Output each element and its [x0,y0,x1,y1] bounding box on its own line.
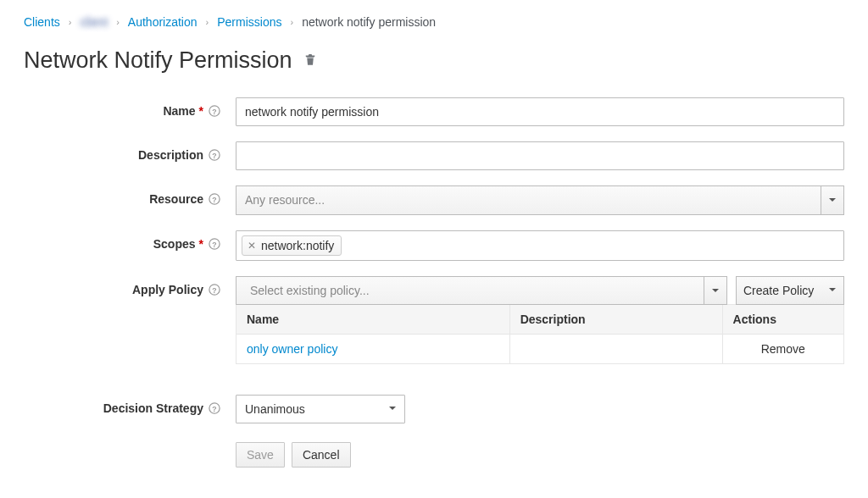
label-name: Name * ? [24,97,236,118]
svg-text:?: ? [212,152,216,160]
svg-text:?: ? [212,240,216,248]
create-policy-button[interactable]: Create Policy [736,276,844,305]
chevron-down-icon [828,285,837,296]
help-icon[interactable]: ? [209,284,220,296]
chevron-down-icon[interactable] [821,185,844,214]
required-asterisk: * [199,237,203,251]
help-icon[interactable]: ? [209,193,220,205]
breadcrumb-current: network notify permission [302,15,436,29]
breadcrumb-sep-icon: › [290,17,293,27]
label-decision-strategy: Decision Strategy ? [24,395,236,415]
col-name: Name [236,304,510,334]
help-icon[interactable]: ? [209,238,220,250]
save-button[interactable]: Save [236,442,285,468]
description-input[interactable] [236,141,844,170]
trash-icon[interactable] [303,52,318,69]
help-icon[interactable]: ? [209,402,220,414]
remove-policy-button[interactable]: Remove [761,342,805,356]
col-actions: Actions [722,304,843,334]
scope-chip-label: network:notify [261,239,334,252]
required-asterisk: * [199,104,203,118]
scope-chip[interactable]: ✕ network:notify [242,235,342,256]
label-description: Description ? [24,141,236,162]
page-title: Network Notify Permission [24,47,292,74]
breadcrumb-sep-icon: › [116,17,120,27]
breadcrumb-sep-icon: › [206,17,209,27]
resource-select-value: Any resource... [236,185,821,214]
decision-strategy-select[interactable]: Unanimous [236,395,405,423]
help-icon[interactable]: ? [209,105,220,117]
close-icon[interactable]: ✕ [248,240,256,252]
breadcrumb-permissions[interactable]: Permissions [217,15,281,29]
cancel-button[interactable]: Cancel [292,442,351,468]
breadcrumb-sep-icon: › [69,17,72,27]
name-input[interactable] [236,97,844,126]
table-header-row: Name Description Actions [236,304,844,334]
breadcrumb-authorization[interactable]: Authorization [128,15,198,29]
breadcrumb-clients[interactable]: Clients [24,15,60,29]
breadcrumb-client-id[interactable]: client [80,15,108,29]
chevron-down-icon[interactable] [704,276,727,305]
col-description: Description [509,304,722,334]
svg-text:?: ? [212,404,216,412]
label-apply-policy: Apply Policy ? [24,276,236,296]
policy-select[interactable]: Select existing policy... [236,276,727,305]
svg-text:?: ? [212,285,216,294]
scopes-input[interactable]: ✕ network:notify [236,230,844,261]
svg-text:?: ? [212,108,216,116]
policy-description-cell [509,334,722,363]
table-row: only owner policy Remove [236,334,844,363]
breadcrumb: Clients › client › Authorization › Permi… [24,15,844,29]
policy-table: Name Description Actions only owner poli… [236,304,844,364]
resource-select[interactable]: Any resource... [236,185,844,214]
policy-link[interactable]: only owner policy [247,342,337,356]
label-scopes: Scopes * ? [24,230,236,251]
label-resource: Resource ? [24,185,236,206]
policy-select-value: Select existing policy... [236,276,704,305]
svg-text:?: ? [212,196,216,204]
help-icon[interactable]: ? [209,149,220,161]
